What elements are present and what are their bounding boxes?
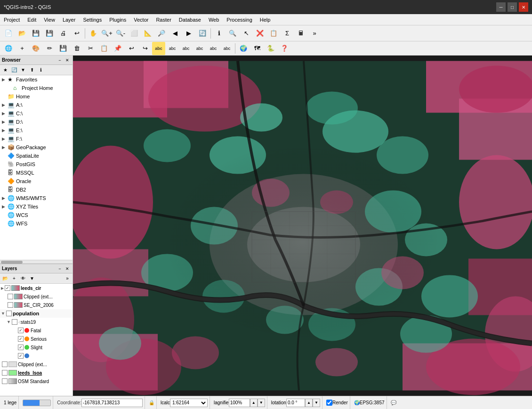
zoom-in-button[interactable]: 🔍+ — [100, 27, 113, 40]
layer-legend-serious[interactable]: ✓ Serious — [0, 335, 73, 343]
print-button[interactable]: 🖨 — [56, 27, 70, 40]
layer-clipped-ext-2[interactable]: Clipped (ext... — [0, 360, 73, 369]
browser-drive-d[interactable]: ▶ 💻 D:\ — [0, 118, 73, 126]
layers-more-button[interactable]: » — [63, 274, 72, 283]
label-rotate-button[interactable]: abc — [220, 42, 234, 55]
edit-undo-button[interactable]: ↩ — [125, 42, 138, 55]
python-button[interactable]: 🐍 — [264, 42, 277, 55]
browser-close-button[interactable]: ✕ — [64, 57, 71, 64]
layers-add-group-button[interactable]: + — [10, 274, 18, 283]
browser-wfs[interactable]: 🌐 WFS — [0, 219, 73, 228]
menu-layer[interactable]: Layer — [59, 14, 80, 25]
label-show-button[interactable]: abc — [193, 42, 206, 55]
magnifier-up[interactable]: ▲ — [250, 399, 258, 407]
browser-drive-f[interactable]: ▶ 💻 F:\ — [0, 135, 73, 143]
browser-oracle[interactable]: 🔶 Oracle — [0, 177, 73, 185]
scale-select[interactable]: 1:62164 1:10000 1:25000 1:50000 — [170, 399, 208, 407]
spatial-query-button[interactable]: 🌍 — [237, 42, 250, 55]
browser-spatialite[interactable]: 🔷 SpatiaLite — [0, 152, 73, 160]
menu-view[interactable]: View — [40, 14, 59, 25]
browser-favorites-button[interactable]: ★ — [1, 66, 9, 74]
layer-legend-slight[interactable]: ✓ Slight — [0, 343, 73, 352]
browser-info-button[interactable]: ℹ — [37, 66, 45, 74]
zoom-layer-button[interactable]: 📐 — [141, 27, 154, 40]
layers-close-button[interactable]: ✕ — [64, 265, 71, 272]
layer-serious-checkbox[interactable]: ✓ — [18, 336, 24, 342]
layer-clipped-ext-1[interactable]: Clipped (ext... — [0, 292, 73, 301]
deselect-button[interactable]: ❌ — [253, 27, 266, 40]
layer-fatal-checkbox[interactable]: ✓ — [18, 328, 24, 333]
layer-osm-checkbox[interactable] — [2, 378, 8, 384]
layer-save-button[interactable]: 💾 — [56, 42, 70, 55]
magnifier-input[interactable] — [229, 399, 250, 407]
coordinates-input[interactable] — [81, 399, 143, 407]
menu-database[interactable]: Database — [175, 14, 205, 25]
layer-legend-fatal[interactable]: ✓ Fatal — [0, 326, 73, 335]
menu-vector[interactable]: Vector — [130, 14, 152, 25]
label-move-button[interactable]: abc — [207, 42, 220, 55]
help-button[interactable]: ❓ — [278, 42, 291, 55]
attributes-button[interactable]: 📋 — [267, 27, 280, 40]
menu-raster[interactable]: Raster — [152, 14, 175, 25]
new-project-button[interactable]: 📄 — [2, 27, 15, 40]
layer-stats19-checkbox[interactable] — [12, 319, 17, 325]
label-pin-button[interactable]: abc — [179, 42, 193, 55]
layer-population-checkbox[interactable] — [6, 311, 12, 316]
browser-db2[interactable]: 🗄 DB2 — [0, 185, 73, 194]
map-area[interactable] — [73, 56, 532, 396]
rotation-input[interactable] — [286, 399, 305, 407]
browser-filter-button[interactable]: ▼ — [19, 66, 27, 74]
layer-population-group[interactable]: ▼ population — [0, 309, 73, 318]
menu-edit[interactable]: Edit — [24, 14, 40, 25]
browser-wcs[interactable]: 🌐 WCS — [0, 211, 73, 219]
identify-button[interactable]: ℹ — [212, 27, 226, 40]
zoom-next-button[interactable]: ▶ — [182, 27, 195, 40]
layers-visibility-button[interactable]: 👁 — [19, 274, 27, 283]
magnifier-down[interactable]: ▼ — [258, 399, 265, 407]
map-tips-button[interactable]: 🗺 — [250, 42, 264, 55]
layer-leeds-lsoa-checkbox[interactable] — [2, 370, 8, 376]
layer-leeds-cir[interactable]: ▶ ✓ leeds_cir — [0, 284, 73, 292]
layer-unknown-checkbox[interactable]: ✓ — [18, 353, 24, 359]
browser-collapse-tree-button[interactable]: ⬆ — [28, 66, 36, 74]
layers-open-button[interactable]: 📂 — [1, 274, 9, 283]
edit-redo-button[interactable]: ↪ — [138, 42, 152, 55]
cut-button[interactable]: ✂ — [84, 42, 97, 55]
menu-project[interactable]: Project — [0, 14, 24, 25]
undo-button[interactable]: ↩ — [70, 27, 83, 40]
menu-web[interactable]: Web — [205, 14, 223, 25]
browser-drive-e[interactable]: ▶ 💻 E:\ — [0, 126, 73, 135]
layer-legend-unknown[interactable]: ✓ — [0, 352, 73, 360]
zoom-selection-button[interactable]: 🔎 — [155, 27, 168, 40]
layer-clipped-ext1-checkbox[interactable] — [8, 294, 13, 299]
browser-project-home[interactable]: ⌂ Project Home — [0, 84, 73, 92]
layer-delete-button[interactable]: 🗑 — [70, 42, 83, 55]
browser-favorites[interactable]: ▶ ★ Favorites — [0, 75, 73, 84]
browser-xyz-tiles[interactable]: ▶ 🌐 XYZ Tiles — [0, 202, 73, 211]
browser-collapse-button[interactable]: − — [56, 57, 63, 64]
browser-mssql[interactable]: 🗄 MSSQL — [0, 168, 73, 177]
info-button[interactable]: 🔍 — [226, 27, 239, 40]
layer-clipped2-checkbox[interactable] — [2, 361, 8, 367]
status-epsg-section[interactable]: 🌍 EPSG:3857 — [352, 396, 387, 409]
layer-se-cir-checkbox[interactable] — [8, 302, 13, 308]
layer-leeds-lsoa[interactable]: leeds_lsoa — [0, 369, 73, 377]
layer-leeds-cir-checkbox[interactable]: ✓ — [5, 285, 10, 291]
open-project-button[interactable]: 📂 — [16, 27, 29, 40]
browser-hscrollbar[interactable] — [0, 260, 73, 264]
layer-osm-standard[interactable]: OSM Standard — [0, 377, 73, 385]
browser-home[interactable]: 📁 Home — [0, 92, 73, 101]
menu-help[interactable]: Help — [256, 14, 274, 25]
layer-add-button[interactable]: + — [16, 42, 29, 55]
layer-se-cir-2006[interactable]: SE_CIR_2006 — [0, 301, 73, 309]
pan-button[interactable]: ✋ — [87, 27, 100, 40]
layer-stats19[interactable]: ▼ ·: stats19 — [0, 318, 73, 326]
menu-processing[interactable]: Processing — [223, 14, 256, 25]
browser-refresh-button[interactable]: 🔄 — [10, 66, 18, 74]
menu-settings[interactable]: Settings — [79, 14, 105, 25]
layer-new-button[interactable]: 🌐 — [2, 42, 15, 55]
close-button[interactable]: ✕ — [519, 2, 528, 12]
statistics-button[interactable]: Σ — [281, 27, 294, 40]
save-project-button[interactable]: 💾 — [29, 27, 42, 40]
more-button[interactable]: » — [308, 27, 321, 40]
